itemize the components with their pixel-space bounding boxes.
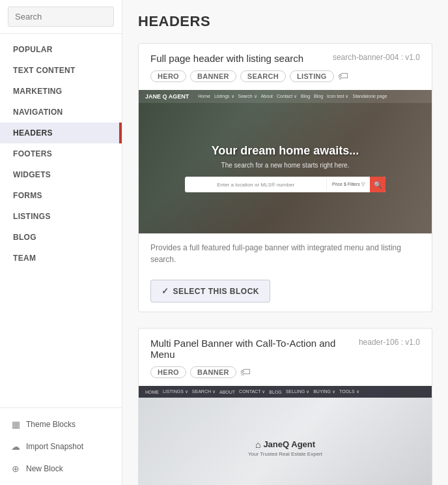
sidebar-search-container	[0, 0, 122, 34]
hero-nav-2: HOME LISTINGS ∨ SEARCH ∨ ABOUT CONTACT ∨…	[139, 386, 432, 398]
block-header-2: Multi Panel Banner with Call-To-Action a…	[139, 329, 432, 366]
tag-listing: LISTING	[290, 70, 334, 82]
hero-preview-2: HOME LISTINGS ∨ SEARCH ∨ ABOUT CONTACT ∨…	[139, 386, 432, 485]
block-title-1: Full page header with listing search	[150, 53, 303, 64]
grid-icon: ▦	[10, 419, 21, 430]
hero-search-button[interactable]: 🔍	[370, 177, 385, 192]
sidebar-item-team[interactable]: TEAM	[0, 248, 122, 269]
sidebar-item-navigation[interactable]: NAVIGATION	[0, 102, 122, 123]
block-header-1: Full page header with listing search sea…	[139, 44, 432, 70]
hero-headline-1: Your dream home awaits...	[212, 144, 359, 158]
tag-add-icon[interactable]: 🏷	[338, 70, 348, 82]
block-tags-1: HEROBANNERSEARCHLISTING🏷	[139, 70, 432, 90]
hero-search-placeholder: Enter a location or MLS® number	[185, 179, 326, 191]
sidebar-footer-import-snapshot[interactable]: ☁Import Snapshot	[0, 435, 122, 458]
hero2-logo: ⌂ JaneQ Agent	[255, 439, 315, 450]
checkmark-icon-1: ✓	[161, 286, 169, 296]
sidebar-item-blog[interactable]: BLOG	[0, 227, 122, 248]
hero-brand: JANE Q AGENT	[145, 93, 189, 100]
hero2-brand: JaneQ Agent	[263, 439, 315, 449]
cloud-icon: ☁	[10, 441, 21, 452]
sidebar-item-listings[interactable]: LISTINGS	[0, 206, 122, 227]
sidebar-item-marketing[interactable]: MARKETING	[0, 81, 122, 102]
hero2-tagline: Your Trusted Real Estate Expert	[248, 451, 322, 457]
sidebar-footer-label-new-block: New Block	[26, 464, 63, 473]
tag-banner: BANNER	[190, 70, 236, 82]
sidebar-item-widgets[interactable]: WIDGETS	[0, 164, 122, 185]
page-title: HEADERS	[138, 13, 432, 30]
main-content: HEADERS Full page header with listing se…	[122, 0, 448, 485]
tag-search: SEARCH	[240, 70, 286, 82]
block-version-1: search-banner-004 : v1.0	[333, 53, 420, 62]
hero-nav-1: JANE Q AGENT Home Listings ∨ Search ∨ Ab…	[139, 90, 432, 103]
hero-content-1: Your dream home awaits... The search for…	[139, 103, 432, 233]
sidebar-item-headers[interactable]: HEADERS	[0, 123, 122, 143]
hero-preview-1: JANE Q AGENT Home Listings ∨ Search ∨ Ab…	[139, 90, 432, 233]
select-block-label-1: SELECT THIS BLOCK	[173, 287, 260, 296]
block-tags-2: HEROBANNER🏷	[139, 366, 432, 386]
sidebar-item-footers[interactable]: FOOTERS	[0, 143, 122, 164]
block-card-2: Multi Panel Banner with Call-To-Action a…	[138, 328, 432, 485]
block-card-1: Full page header with listing search sea…	[138, 43, 432, 312]
hero-price-filter: Price $ Filters ▽	[326, 179, 370, 190]
sidebar-item-popular[interactable]: POPULAR	[0, 39, 122, 60]
hero2-content: ⌂ JaneQ Agent Your Trusted Real Estate E…	[139, 398, 432, 485]
block-preview-2: HOME LISTINGS ∨ SEARCH ∨ ABOUT CONTACT ∨…	[139, 386, 432, 485]
sidebar-footer-theme-blocks[interactable]: ▦Theme Blocks	[0, 413, 122, 435]
sidebar-footer-label-import-snapshot: Import Snapshot	[26, 442, 83, 451]
sidebar-item-text-content[interactable]: TEXT CONTENT	[0, 60, 122, 81]
block-title-2: Multi Panel Banner with Call-To-Action a…	[150, 338, 351, 360]
sidebar-footer-label-theme-blocks: Theme Blocks	[26, 420, 76, 429]
plus-icon: ⊕	[10, 463, 21, 474]
sidebar-nav: POPULARTEXT CONTENTMARKETINGNAVIGATIONHE…	[0, 34, 122, 407]
tag-hero-2: HERO	[150, 366, 186, 378]
sidebar: POPULARTEXT CONTENTMARKETINGNAVIGATIONHE…	[0, 0, 122, 485]
block-description-1: Provides a full featured full-page banne…	[139, 233, 432, 273]
hero-nav-links: Home Listings ∨ Search ∨ About Contact ∨…	[198, 94, 387, 99]
block-version-2: header-106 : v1.0	[359, 338, 420, 347]
sidebar-footer: ▦Theme Blocks☁Import Snapshot⊕New Block	[0, 407, 122, 485]
tag-hero: HERO	[150, 70, 186, 82]
house-icon: ⌂	[255, 439, 260, 450]
sidebar-footer-new-block[interactable]: ⊕New Block	[0, 458, 122, 480]
tag-banner-2: BANNER	[190, 366, 236, 378]
search-input[interactable]	[8, 7, 114, 27]
sidebar-item-forms[interactable]: FORMS	[0, 185, 122, 206]
hero-search-bar: Enter a location or MLS® number Price $ …	[185, 177, 385, 192]
hero-subtext-1: The search for a new home starts right h…	[221, 162, 350, 169]
block-preview-1: JANE Q AGENT Home Listings ∨ Search ∨ Ab…	[139, 90, 432, 233]
tag-add-icon-2[interactable]: 🏷	[240, 366, 251, 378]
select-block-button-1[interactable]: ✓ SELECT THIS BLOCK	[150, 280, 270, 302]
